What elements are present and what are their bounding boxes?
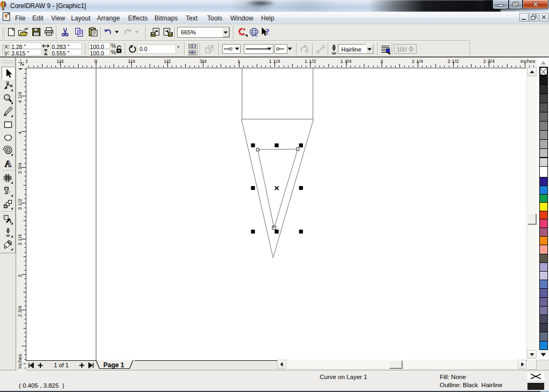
svg-text:A: A xyxy=(5,159,12,169)
svg-text:?: ? xyxy=(265,27,270,36)
